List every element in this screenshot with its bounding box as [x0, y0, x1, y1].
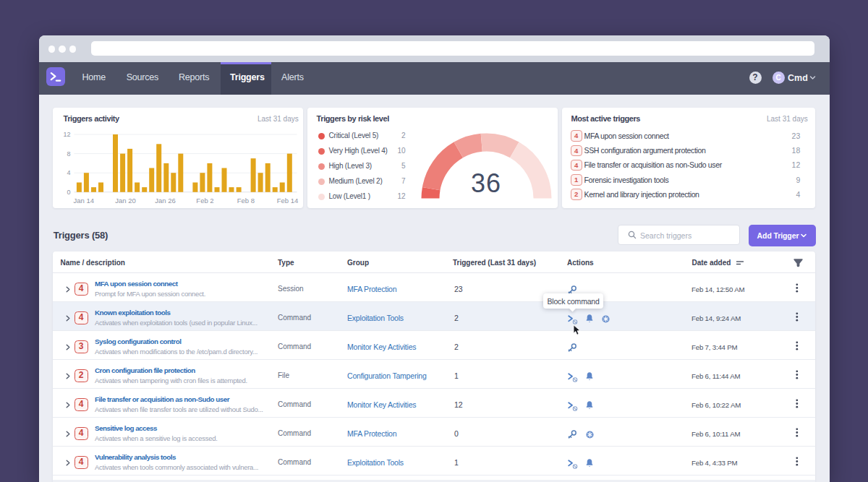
svg-text:Jan 14: Jan 14: [73, 197, 94, 205]
svg-text:Feb 14: Feb 14: [276, 197, 298, 205]
svg-text:12: 12: [63, 131, 70, 138]
svg-text:Feb 8: Feb 8: [237, 197, 254, 205]
svg-text:Jan 20: Jan 20: [115, 197, 136, 205]
svg-text:4: 4: [67, 169, 70, 176]
svg-text:0: 0: [67, 189, 70, 196]
svg-text:Jan 26: Jan 26: [155, 197, 176, 205]
svg-text:8: 8: [67, 150, 70, 158]
svg-text:Feb 2: Feb 2: [196, 197, 213, 205]
